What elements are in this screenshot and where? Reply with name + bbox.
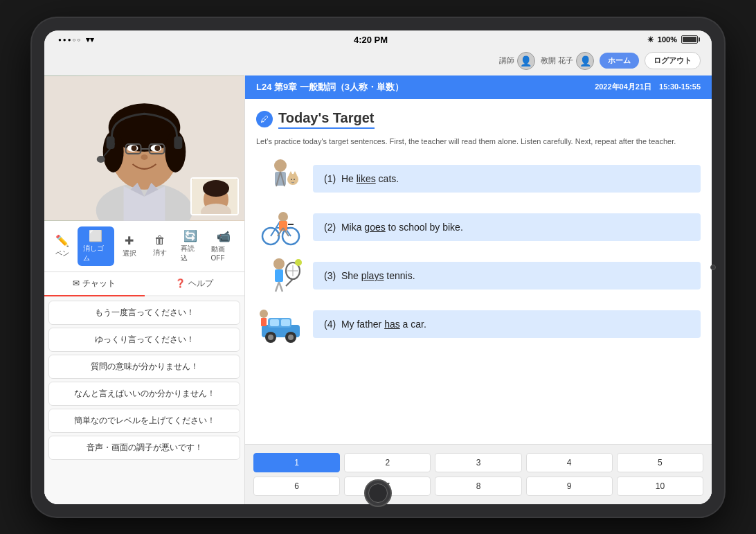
svg-point-58: [288, 335, 294, 340]
svg-point-18: [97, 155, 105, 162]
tool-pen[interactable]: ✏️ ペン: [47, 231, 78, 261]
help-label: ヘルプ: [188, 278, 213, 290]
tab-help[interactable]: ❓ ヘルプ: [145, 272, 245, 295]
lesson-header: L24 第9章 一般動詞（3人称・単数） 2022年04月21日 15:30-1…: [245, 75, 712, 99]
bluetooth-icon: ✳: [647, 35, 654, 44]
sentence-text-1: (1) He likes cats.: [313, 165, 701, 193]
svg-point-56: [268, 335, 273, 340]
logout-button[interactable]: ログアウト: [645, 52, 701, 69]
page-btn-10[interactable]: 10: [617, 477, 703, 496]
target-section-icon: 🖊: [256, 111, 273, 127]
sentence-item-3: (3) She plays tennis.: [256, 255, 701, 296]
ipad-frame: ●●●○○ ▾▾ 4:20 PM ✳ 100% 講師 👤 教開 花子 👤: [32, 18, 724, 517]
svg-point-42: [273, 258, 285, 269]
svg-rect-39: [279, 221, 287, 231]
thumbnail-face: [192, 179, 237, 214]
todays-target-header: 🖊 Today's Target: [256, 110, 701, 129]
chat-help-tabs: ✉ チャット ❓ ヘルプ: [44, 272, 244, 296]
status-time: 4:20 PM: [354, 35, 388, 45]
tab-chat[interactable]: ✉ チャット: [44, 272, 145, 296]
chat-label: チャット: [82, 278, 116, 290]
page-btn-4[interactable]: 4: [526, 453, 613, 472]
phrase-btn-3[interactable]: なんと言えばいいのか分かりません！: [48, 382, 240, 406]
page-btn-3[interactable]: 3: [435, 453, 521, 472]
toolbar: ✏️ ペン ⬜ 消しゴム ✚ 選択 🗑 消す: [44, 221, 244, 272]
page-btn-1[interactable]: 1: [253, 453, 340, 472]
illus-bike: [256, 206, 305, 248]
svg-point-27: [287, 174, 298, 185]
ipad-screen: ●●●○○ ▾▾ 4:20 PM ✳ 100% 講師 👤 教開 花子 👤: [44, 30, 712, 504]
tool-eraser[interactable]: ⬜ 消しゴム: [78, 226, 114, 266]
eraser-icon: ⬜: [89, 229, 102, 242]
student-avatar: 👤: [576, 52, 594, 70]
tool-select[interactable]: ✚ 選択: [114, 231, 145, 261]
teacher-video: [44, 75, 244, 221]
illus-cat: [256, 158, 305, 199]
sentence-after-2: to school by bike.: [386, 222, 463, 233]
svg-point-38: [278, 212, 288, 222]
page-btn-8[interactable]: 8: [435, 477, 521, 496]
left-panel: ✏️ ペン ⬜ 消しゴム ✚ 選択 🗑 消す: [44, 75, 245, 504]
svg-point-21: [203, 180, 229, 197]
phrase-btn-4[interactable]: 簡単なのでレベルを上げてください！: [48, 409, 240, 433]
tool-video[interactable]: 📹 動画OFF: [206, 227, 242, 265]
sentence-item-1: (1) He likes cats.: [256, 158, 701, 199]
select-icon: ✚: [125, 234, 134, 247]
sentence-before-4: My father: [341, 319, 384, 330]
lesson-date: 2022年04月21日 15:30-15:55: [595, 82, 701, 92]
tool-eraser-label: 消しゴム: [83, 244, 109, 263]
svg-point-9: [132, 145, 137, 151]
sentence-text-2: (2) Mika goes to school by bike.: [313, 213, 701, 241]
tool-delete-label: 消す: [153, 248, 167, 258]
svg-point-23: [274, 159, 287, 172]
sentence-after-3: tennis.: [384, 270, 415, 281]
battery-label: 100%: [658, 35, 677, 44]
lesson-title: L24 第9章 一般動詞（3人称・単数）: [256, 81, 404, 94]
svg-point-31: [294, 179, 295, 180]
teacher-avatar: 👤: [517, 52, 535, 70]
thumbnail-illustration: [192, 177, 237, 215]
phrase-btn-2[interactable]: 質問の意味が分かりません！: [48, 355, 240, 379]
sentence-underline-2: goes: [364, 222, 385, 233]
help-icon: ❓: [175, 278, 186, 288]
chat-icon: ✉: [73, 278, 80, 288]
battery-fill: [683, 37, 696, 42]
teacher-user: 講師 👤: [499, 52, 535, 70]
tool-delete[interactable]: 🗑 消す: [145, 231, 175, 260]
teacher-label: 講師: [499, 55, 514, 66]
sentence-item-2: (2) Mika goes to school by bike.: [256, 206, 701, 248]
reread-icon: 🔄: [183, 229, 197, 242]
right-panel: L24 第9章 一般動詞（3人称・単数） 2022年04月21日 15:30-1…: [245, 75, 712, 504]
status-bar: ●●●○○ ▾▾ 4:20 PM ✳ 100%: [44, 30, 712, 49]
wifi-icon: ▾▾: [86, 35, 94, 44]
svg-rect-54: [281, 319, 290, 326]
video-area: [44, 75, 244, 221]
target-title: Today's Target: [278, 110, 375, 129]
quick-phrases: もう一度言ってください！ ゆっくり言ってください！ 質問の意味が分かりません！ …: [44, 296, 244, 504]
svg-point-10: [154, 145, 160, 151]
page-btn-9[interactable]: 9: [526, 477, 613, 496]
svg-rect-15: [107, 136, 115, 149]
sentence-num-3: (3): [324, 270, 336, 281]
phrase-btn-1[interactable]: ゆっくり言ってください！: [48, 328, 240, 352]
home-nav-button[interactable]: ホーム: [600, 53, 639, 69]
svg-rect-16: [174, 136, 182, 149]
phrase-btn-0[interactable]: もう一度言ってください！: [48, 301, 240, 325]
sentence-num-4: (4): [324, 319, 336, 330]
home-button[interactable]: [364, 479, 392, 507]
sentence-text-3: (3) She plays tennis.: [313, 262, 701, 290]
status-dots: ●●●○○: [58, 37, 82, 43]
sentence-underline-1: likes: [357, 173, 376, 184]
student-name: 教開 花子: [541, 55, 573, 66]
page-btn-5[interactable]: 5: [617, 453, 703, 472]
pagination-area: 1 2 3 4 5 6 7 8 9 10: [245, 444, 712, 504]
tool-reread[interactable]: 🔄 再読込: [175, 226, 206, 266]
illus-car: [256, 303, 305, 345]
page-btn-2[interactable]: 2: [344, 453, 431, 472]
page-btn-6[interactable]: 6: [253, 477, 340, 496]
phrase-btn-5[interactable]: 音声・画面の調子が悪いです！: [48, 436, 240, 460]
status-right: ✳ 100%: [647, 35, 698, 44]
sentence-text-4: (4) My father has a car.: [313, 310, 701, 338]
svg-marker-28: [289, 171, 293, 175]
svg-line-50: [279, 282, 282, 292]
